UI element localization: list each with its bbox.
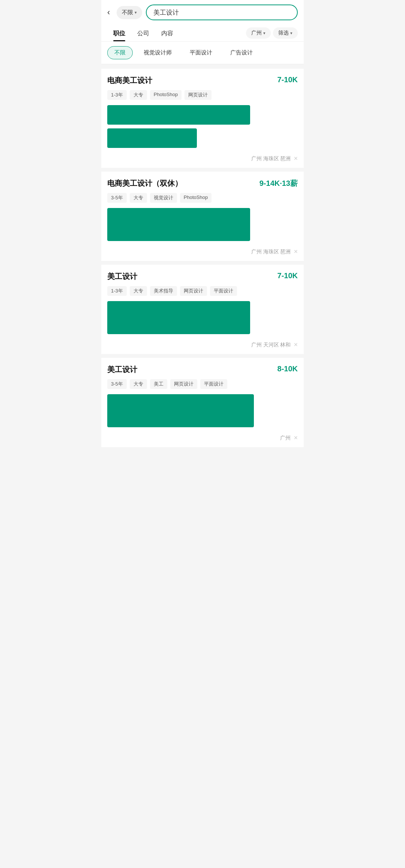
job-tag: 大专 xyxy=(130,286,147,296)
category-item-graphic[interactable]: 平面设计 xyxy=(183,46,219,59)
company-image-2 xyxy=(107,208,250,241)
job-title-3: 美工设计 xyxy=(107,271,137,282)
job-tag: 平面设计 xyxy=(210,286,237,296)
job-tag: 网页设计 xyxy=(184,90,212,100)
location-label: 不限 xyxy=(122,9,133,16)
job-tag: 视觉设计 xyxy=(150,193,177,203)
city-filter-button[interactable]: 广州 ▾ xyxy=(246,27,271,39)
job-tag: 1-3年 xyxy=(107,90,127,100)
job-footer-1: 广州 海珠区 琶洲 × xyxy=(107,152,298,168)
job-tag: 3-5年 xyxy=(107,193,127,203)
tabs-bar: 职位 公司 内容 广州 ▾ 筛选 ▾ xyxy=(101,25,304,42)
job-salary-2: 9-14K·13薪 xyxy=(260,178,298,188)
job-tag: 大专 xyxy=(130,90,147,100)
company-image-1 xyxy=(107,105,250,125)
job-tags-4: 3-5年 大专 美工 网页设计 平面设计 xyxy=(107,379,298,389)
category-item-all[interactable]: 不限 xyxy=(107,46,133,59)
category-item-ad[interactable]: 广告设计 xyxy=(223,46,260,59)
job-salary-4: 8-10K xyxy=(278,365,298,373)
close-icon-3[interactable]: × xyxy=(294,341,298,349)
job-salary-3: 7-10K xyxy=(278,271,298,280)
job-location-3: 广州 天河区 林和 xyxy=(251,342,291,348)
job-tag: 美工 xyxy=(150,379,167,389)
job-card-3[interactable]: 美工设计 7-10K 1-3年 大专 美术指导 网页设计 平面设计 广州 天河区… xyxy=(101,265,304,354)
search-box[interactable] xyxy=(146,5,298,20)
job-tag: 3-5年 xyxy=(107,379,127,389)
job-tag: 大专 xyxy=(130,193,147,203)
job-location-1: 广州 海珠区 琶洲 xyxy=(251,155,291,162)
location-selector[interactable]: 不限 ▾ xyxy=(117,6,142,19)
close-icon-4[interactable]: × xyxy=(294,434,298,442)
company-image-4 xyxy=(107,394,254,427)
company-image-3 xyxy=(107,301,250,334)
filter-button[interactable]: 筛选 ▾ xyxy=(273,27,298,39)
job-title-2: 电商美工设计（双休） xyxy=(107,178,182,188)
job-header-2: 电商美工设计（双休） 9-14K·13薪 xyxy=(107,178,298,188)
filter-arrow-icon: ▾ xyxy=(290,31,292,36)
job-tag: 平面设计 xyxy=(200,379,227,389)
job-tag: 美术指导 xyxy=(150,286,177,296)
job-location-4: 广州 xyxy=(280,435,291,442)
job-tag: PhotoShop xyxy=(150,90,182,100)
job-tags-3: 1-3年 大专 美术指导 网页设计 平面设计 xyxy=(107,286,298,296)
job-header-3: 美工设计 7-10K xyxy=(107,271,298,282)
filter-label: 筛选 xyxy=(278,30,289,36)
job-tag: 大专 xyxy=(130,379,147,389)
job-salary-1: 7-10K xyxy=(278,75,298,84)
job-header-1: 电商美工设计 7-10K xyxy=(107,75,298,86)
job-list: 电商美工设计 7-10K 1-3年 大专 PhotoShop 网页设计 广州 海… xyxy=(101,64,304,452)
job-tags-2: 3-5年 大专 视觉设计 PhotoShop xyxy=(107,193,298,203)
job-tag: 1-3年 xyxy=(107,286,127,296)
job-location-2: 广州 海珠区 琶洲 xyxy=(251,249,291,255)
header: ‹ 不限 ▾ xyxy=(101,0,304,25)
job-title-1: 电商美工设计 xyxy=(107,75,152,86)
category-item-visual[interactable]: 视觉设计师 xyxy=(136,46,179,59)
job-card-4[interactable]: 美工设计 8-10K 3-5年 大专 美工 网页设计 平面设计 广州 × xyxy=(101,358,304,447)
close-icon-1[interactable]: × xyxy=(294,155,298,163)
job-tag: 网页设计 xyxy=(180,286,207,296)
search-input[interactable] xyxy=(153,9,290,16)
category-bar: 不限 视觉设计师 平面设计 广告设计 xyxy=(101,42,304,64)
close-icon-2[interactable]: × xyxy=(294,248,298,256)
job-tags-1: 1-3年 大专 PhotoShop 网页设计 xyxy=(107,90,298,100)
location-arrow-icon: ▾ xyxy=(135,10,137,15)
tab-content[interactable]: 内容 xyxy=(155,25,179,41)
city-arrow-icon: ▾ xyxy=(263,31,266,36)
tab-company[interactable]: 公司 xyxy=(131,25,155,41)
city-label: 广州 xyxy=(251,30,262,36)
company-image-1b xyxy=(107,128,197,148)
job-title-4: 美工设计 xyxy=(107,365,137,375)
tab-jobs[interactable]: 职位 xyxy=(107,25,131,41)
back-button[interactable]: ‹ xyxy=(107,6,113,19)
job-card-1[interactable]: 电商美工设计 7-10K 1-3年 大专 PhotoShop 网页设计 广州 海… xyxy=(101,69,304,168)
job-tag: PhotoShop xyxy=(180,193,212,203)
job-header-4: 美工设计 8-10K xyxy=(107,365,298,375)
job-footer-4: 广州 × xyxy=(107,431,298,447)
job-footer-3: 广州 天河区 林和 × xyxy=(107,338,298,354)
job-tag: 网页设计 xyxy=(170,379,197,389)
job-card-2[interactable]: 电商美工设计（双休） 9-14K·13薪 3-5年 大专 视觉设计 PhotoS… xyxy=(101,172,304,261)
job-footer-2: 广州 海珠区 琶洲 × xyxy=(107,245,298,261)
